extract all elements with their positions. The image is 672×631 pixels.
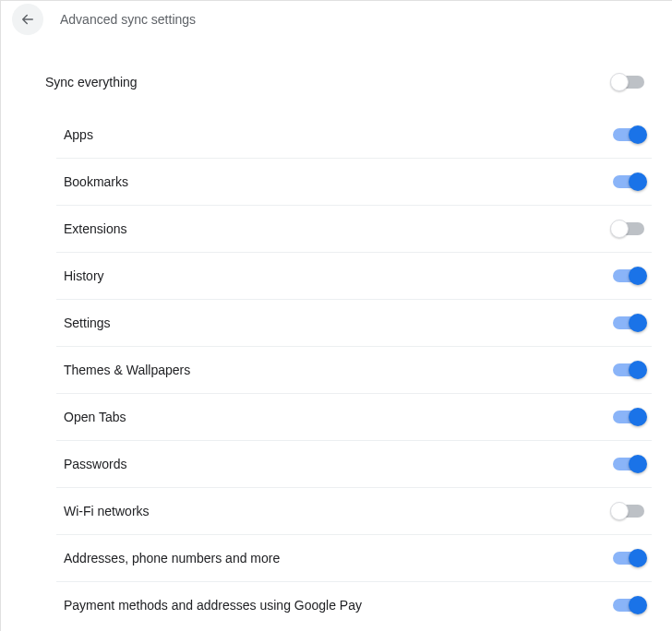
sync-item-label: Bookmarks: [64, 174, 128, 189]
sync-item-themes: Themes & Wallpapers: [56, 347, 652, 394]
sync-items-list: AppsBookmarksExtensionsHistorySettingsTh…: [38, 112, 652, 628]
sync-item-label: Addresses, phone numbers and more: [64, 551, 280, 566]
sync-item-toggle-extensions[interactable]: [613, 222, 644, 235]
toggle-knob: [629, 267, 647, 285]
header: Advanced sync settings: [1, 3, 672, 36]
toggle-knob: [610, 220, 629, 238]
sync-item-label: Apps: [64, 127, 93, 142]
sync-everything-toggle[interactable]: [613, 76, 644, 89]
sync-item-toggle-open-tabs[interactable]: [613, 411, 644, 423]
sync-item-label: Open Tabs: [64, 410, 126, 424]
back-button[interactable]: [12, 4, 43, 35]
sync-item-label: Wi-Fi networks: [64, 504, 150, 518]
sync-item-toggle-payment[interactable]: [613, 599, 644, 612]
page-title: Advanced sync settings: [60, 12, 196, 27]
sync-item-passwords: Passwords: [56, 441, 652, 488]
sync-everything-row: Sync everything: [38, 62, 652, 112]
sync-item-label: Settings: [64, 316, 111, 330]
arrow-left-icon: [19, 11, 36, 28]
sync-item-toggle-themes[interactable]: [613, 363, 644, 376]
sync-item-toggle-wifi[interactable]: [613, 505, 644, 518]
sync-item-payment: Payment methods and addresses using Goog…: [56, 582, 652, 628]
sync-item-toggle-addresses[interactable]: [613, 552, 644, 565]
toggle-knob: [610, 73, 629, 91]
sync-item-label: History: [64, 268, 104, 283]
sync-item-addresses: Addresses, phone numbers and more: [56, 535, 652, 582]
toggle-knob: [629, 125, 647, 144]
sync-everything-label: Sync everything: [45, 75, 138, 89]
toggle-knob: [610, 502, 629, 520]
sync-item-label: Payment methods and addresses using Goog…: [64, 598, 362, 613]
sync-item-label: Themes & Wallpapers: [64, 363, 190, 377]
sync-item-toggle-passwords[interactable]: [613, 458, 644, 470]
sync-item-bookmarks: Bookmarks: [56, 159, 652, 206]
toggle-knob: [629, 314, 647, 332]
toggle-knob: [629, 173, 647, 191]
toggle-knob: [629, 549, 647, 567]
toggle-knob: [629, 408, 647, 426]
sync-item-open-tabs: Open Tabs: [56, 394, 652, 441]
toggle-knob: [629, 361, 647, 379]
sync-item-wifi: Wi-Fi networks: [56, 488, 652, 535]
settings-panel: Advanced sync settings Sync everything A…: [0, 0, 672, 631]
sync-item-label: Extensions: [64, 221, 126, 236]
sync-item-history: History: [56, 253, 652, 300]
sync-item-extensions: Extensions: [56, 206, 652, 253]
toggle-knob: [629, 455, 647, 473]
toggle-knob: [629, 596, 647, 614]
sync-item-apps: Apps: [56, 112, 652, 159]
sync-item-toggle-history[interactable]: [613, 269, 644, 282]
sync-item-label: Passwords: [64, 457, 126, 471]
sync-item-toggle-settings[interactable]: [613, 316, 644, 329]
sync-item-settings: Settings: [56, 300, 652, 347]
sync-item-toggle-bookmarks[interactable]: [613, 175, 644, 188]
sync-item-toggle-apps[interactable]: [613, 128, 644, 141]
content: Sync everything AppsBookmarksExtensionsH…: [1, 36, 672, 628]
